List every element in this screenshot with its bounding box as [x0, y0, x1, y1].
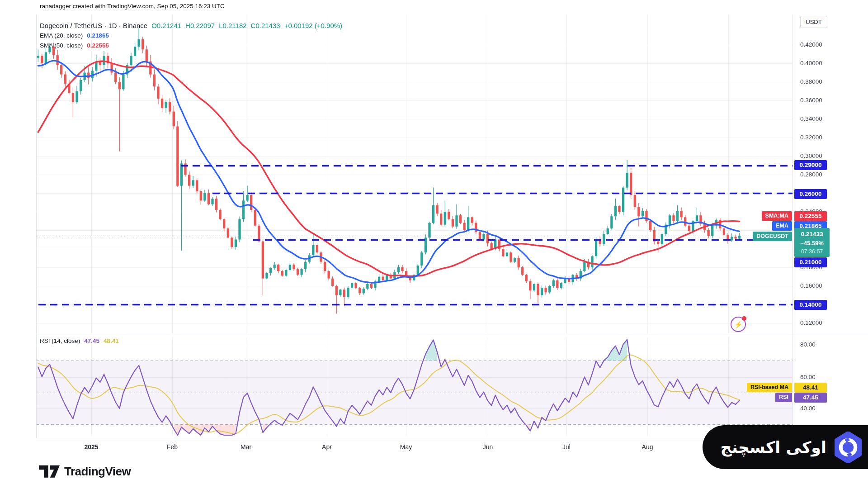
quick-trade-button[interactable]: ⚡ — [731, 317, 746, 332]
bar-countdown: 07:36:57 — [794, 247, 830, 256]
sma-label: SMA (50, close) — [40, 42, 83, 49]
last-price: 0.21433 — [794, 230, 830, 239]
symbol-axis-tag: DOGEUSDT — [753, 232, 792, 241]
rsi-tick-label: 80.00 — [800, 341, 836, 349]
tradingview-chart-page: ranadagger created with TradingView.com,… — [0, 0, 868, 489]
month-label: May — [400, 443, 412, 451]
month-label: Mar — [241, 443, 251, 451]
month-label: Aug — [642, 443, 653, 451]
price-tick-label: 0.38000 — [800, 78, 841, 86]
ema-axis-tag: EMA — [772, 221, 792, 231]
price-tick-label: 0.30000 — [800, 152, 841, 160]
rsi-axis-tag: RSI — [775, 393, 792, 402]
symbol-legend[interactable]: Dogecoin / TetherUS · 1D · Binance O0.21… — [40, 22, 342, 29]
rsi-label: RSI (14, close) — [40, 337, 80, 344]
rsi-ma-axis-value: 48.41 — [794, 383, 827, 393]
price-tick-label: 0.42000 — [800, 41, 841, 49]
ohlc-open: O0.21241 — [151, 22, 181, 29]
symbol-title: Dogecoin / TetherUS · 1D · Binance — [40, 22, 147, 29]
exchange-name: اوکی اکسچنج — [721, 438, 826, 456]
price-tick-label: 0.16000 — [800, 282, 841, 290]
ema-legend[interactable]: EMA (20, close) 0.21865 — [40, 32, 109, 39]
month-label: Apr — [322, 443, 332, 451]
notification-dot — [742, 316, 746, 321]
lightning-icon: ⚡ — [734, 321, 743, 328]
price-tick-label: 0.36000 — [800, 96, 841, 104]
tradingview-wordmark: TradingView — [64, 465, 131, 479]
rsi-legend[interactable]: RSI (14, close) 47.45 48.41 — [40, 337, 119, 344]
sma-axis-value: 0.22555 — [794, 211, 827, 221]
rsi-value: 47.45 — [84, 337, 99, 344]
chart-canvas[interactable] — [0, 0, 868, 489]
month-label: Jun — [483, 443, 493, 451]
price-scale-border[interactable] — [793, 14, 793, 438]
price-line-label: 0.29000 — [794, 160, 827, 170]
ohlc-close: C0.21433 — [251, 22, 280, 29]
price-line-label: 0.14000 — [794, 300, 827, 310]
month-label: Feb — [167, 443, 178, 451]
month-label: Jul — [562, 443, 571, 451]
ema-value: 0.21865 — [87, 32, 109, 39]
ohlc-low: L0.21182 — [219, 22, 246, 29]
rsi-tick-label: 40.00 — [800, 404, 836, 413]
ohlc-change: +0.00192 (+0.90%) — [284, 22, 342, 29]
tradingview-glyph-icon — [39, 465, 60, 479]
plot-left-border — [36, 14, 37, 438]
sma-legend[interactable]: SMA (50, close) 0.22555 — [40, 42, 109, 49]
tradingview-logo[interactable]: TradingView — [39, 465, 131, 479]
price-tick-label: 0.28000 — [800, 171, 841, 179]
rsi-ma-value: 48.41 — [104, 337, 119, 344]
creation-credit: ranadagger created with TradingView.com,… — [40, 3, 225, 9]
rsi-ma-axis-tag: RSI-based MA — [747, 383, 792, 392]
rsi-axis-value: 47.45 — [794, 393, 827, 403]
rsi-tick-label: 60.00 — [800, 373, 836, 381]
price-tick-label: 0.40000 — [800, 59, 841, 67]
exchange-logo-icon — [834, 432, 863, 463]
price-line-label: 0.21000 — [794, 257, 827, 267]
sma-axis-tag: SMA:MA — [762, 211, 792, 221]
pane-separator[interactable] — [36, 334, 868, 334]
exchange-banner: اوکی اکسچنج — [703, 425, 868, 469]
price-tick-label: 0.12000 — [800, 319, 841, 327]
currency-label[interactable]: USDT — [800, 16, 827, 28]
last-price-label: 0.21433 −45.59% 07:36:57 — [794, 228, 830, 257]
ohlc-high: H0.22097 — [185, 22, 215, 29]
price-tick-label: 0.32000 — [800, 133, 841, 142]
sma-value: 0.22555 — [87, 42, 109, 49]
ema-label: EMA (20, close) — [40, 32, 83, 39]
price-tick-label: 0.34000 — [800, 115, 841, 123]
price-change-percent: −45.59% — [794, 239, 830, 247]
month-label: 2025 — [84, 443, 98, 451]
price-line-label: 0.26000 — [794, 189, 827, 199]
